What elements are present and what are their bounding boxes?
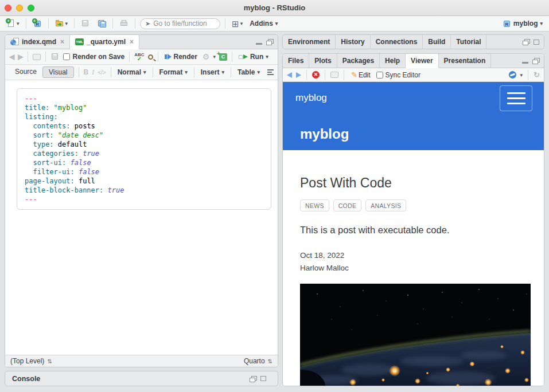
sync-editor-box[interactable]	[376, 72, 383, 79]
tab-index-qmd[interactable]: index.qmd ×	[5, 35, 70, 49]
gear-icon[interactable]: ⚙	[203, 52, 210, 61]
open-new-window-icon[interactable]	[330, 72, 338, 78]
format-dropdown[interactable]: Format ▾	[158, 68, 189, 77]
search-icon[interactable]	[148, 54, 153, 60]
console-pane[interactable]: Console	[5, 371, 278, 386]
maximize-pane-icon[interactable]	[532, 58, 539, 64]
post-author: Harlow Malloc	[300, 262, 527, 275]
minimize-pane-icon[interactable]	[522, 62, 528, 64]
chevron-down-icon: ▾	[540, 21, 543, 26]
render-button[interactable]: Render	[163, 52, 199, 61]
yml-file-icon: YML	[75, 38, 84, 45]
mode-label: Quarto	[244, 357, 265, 365]
minimize-pane-icon[interactable]	[256, 43, 262, 45]
tab-packages[interactable]: Packages	[337, 54, 380, 68]
scope-label: (Top Level)	[10, 357, 44, 365]
sync-editor-checkbox[interactable]: Sync Editor	[376, 71, 420, 79]
maximize-pane-icon[interactable]	[266, 39, 273, 45]
insert-label: Insert	[201, 68, 220, 76]
source-mode-button[interactable]: Source	[9, 66, 42, 78]
environment-pane: EnvironmentHistoryConnectionsBuildTutori…	[282, 34, 544, 49]
tab-connections[interactable]: Connections	[371, 35, 423, 49]
save-icon[interactable]	[50, 52, 60, 61]
render-on-save-checkbox[interactable]: Render on Save	[63, 53, 124, 61]
save-button[interactable]	[79, 18, 92, 29]
yaml-metadata-block[interactable]: ---title: "myblog"listing: contents: pos…	[17, 88, 271, 210]
publish-icon[interactable]	[509, 71, 516, 79]
pane-layout-button[interactable]: ⊞ ▾	[230, 19, 244, 29]
addins-button[interactable]: Addins ▾	[248, 19, 279, 28]
spellcheck-icon[interactable]: ABC✓	[134, 53, 144, 61]
close-icon[interactable]: ×	[60, 38, 64, 46]
back-icon[interactable]	[287, 72, 292, 78]
italic-button[interactable]: I	[92, 68, 94, 77]
tab-history[interactable]: History	[336, 35, 370, 49]
maximize-pane-icon[interactable]	[534, 40, 539, 45]
category-badge-news[interactable]: NEWS	[300, 199, 329, 211]
insert-chunk-icon[interactable]: C	[219, 53, 227, 61]
refresh-icon[interactable]: ↻	[534, 70, 540, 79]
tab-quarto-yml[interactable]: YML _quarto.yml ×	[70, 35, 139, 49]
chevron-down-icon[interactable]: ▾	[213, 54, 216, 60]
tab-presentation[interactable]: Presentation	[439, 54, 492, 68]
post-date: Oct 18, 2022	[300, 249, 527, 262]
scope-selector[interactable]: (Top Level)⇅	[10, 357, 52, 365]
tab-viewer[interactable]: Viewer	[406, 54, 438, 68]
forward-icon[interactable]: ▶	[18, 53, 23, 61]
maximize-pane-icon[interactable]	[260, 376, 266, 381]
goto-file-input[interactable]: ➤ Go to file/function	[140, 18, 220, 29]
category-badge-analysis[interactable]: ANALYSIS	[365, 199, 406, 211]
print-button[interactable]	[118, 18, 130, 29]
pencil-icon: ✎	[351, 70, 357, 79]
project-selector[interactable]: R myblog ▾	[500, 18, 544, 29]
save-all-button[interactable]	[95, 18, 108, 29]
visual-mode-button[interactable]: Visual	[42, 66, 73, 78]
render-on-save-box[interactable]	[63, 53, 70, 60]
render-label: Render	[174, 53, 197, 61]
restore-pane-icon[interactable]	[250, 376, 256, 382]
tab-files[interactable]: Files	[283, 54, 309, 68]
stop-icon[interactable]: ✕	[312, 71, 320, 79]
chevron-down-icon: ▾	[275, 21, 278, 26]
insert-dropdown[interactable]: Insert ▾	[199, 68, 226, 77]
edit-label: Edit	[359, 71, 371, 79]
chevron-down-icon: ▾	[257, 69, 260, 75]
edit-button[interactable]: ✎ Edit	[349, 70, 372, 80]
language-mode-selector[interactable]: Quarto⇅	[244, 357, 272, 365]
back-icon[interactable]: ◀	[9, 53, 14, 61]
chevron-down-icon: ▾	[185, 69, 188, 75]
forward-icon[interactable]	[296, 72, 301, 78]
style-label: Normal	[118, 68, 141, 76]
open-file-button[interactable]: ➜ ▾	[53, 18, 70, 29]
tab-help[interactable]: Help	[380, 54, 406, 68]
outline-icon[interactable]	[267, 69, 274, 75]
chevron-down-icon: ▾	[266, 54, 268, 60]
chevron-down-icon[interactable]: ▾	[520, 72, 523, 78]
tab-build[interactable]: Build	[423, 35, 451, 49]
goto-arrow-icon: ➤	[145, 20, 150, 28]
goto-file-placeholder: Go to file/function	[153, 19, 207, 28]
title-bar: myblog - RStudio	[0, 0, 549, 16]
visual-editor-canvas[interactable]: ---title: "myblog"listing: contents: pos…	[5, 80, 278, 355]
tab-tutorial[interactable]: Tutorial	[451, 35, 486, 49]
addins-label: Addins	[250, 19, 273, 28]
run-button[interactable]: Run ▾	[237, 52, 270, 61]
close-icon[interactable]: ×	[130, 38, 134, 46]
environment-tab-bar: EnvironmentHistoryConnectionsBuildTutori…	[283, 35, 544, 49]
open-new-window-icon[interactable]	[33, 54, 41, 60]
category-badge-code[interactable]: CODE	[333, 199, 362, 211]
bold-button[interactable]: B	[84, 68, 89, 76]
table-dropdown[interactable]: Table ▾	[236, 68, 262, 77]
code-button[interactable]: </>	[98, 69, 106, 76]
blog-navbar-title[interactable]: myblog	[295, 92, 327, 104]
new-file-button[interactable]: + ▾	[5, 18, 21, 29]
new-file-icon: +	[6, 19, 15, 28]
tab-environment[interactable]: Environment	[283, 35, 336, 49]
hamburger-menu-icon[interactable]	[500, 85, 532, 111]
paragraph-style-dropdown[interactable]: Normal ▾	[116, 68, 148, 77]
code-line: contents: posts	[25, 121, 263, 131]
editor-status-bar: (Top Level)⇅ Quarto⇅	[5, 355, 278, 367]
new-project-button[interactable]: R+	[31, 18, 44, 29]
restore-pane-icon[interactable]	[523, 39, 529, 45]
tab-plots[interactable]: Plots	[309, 54, 337, 68]
